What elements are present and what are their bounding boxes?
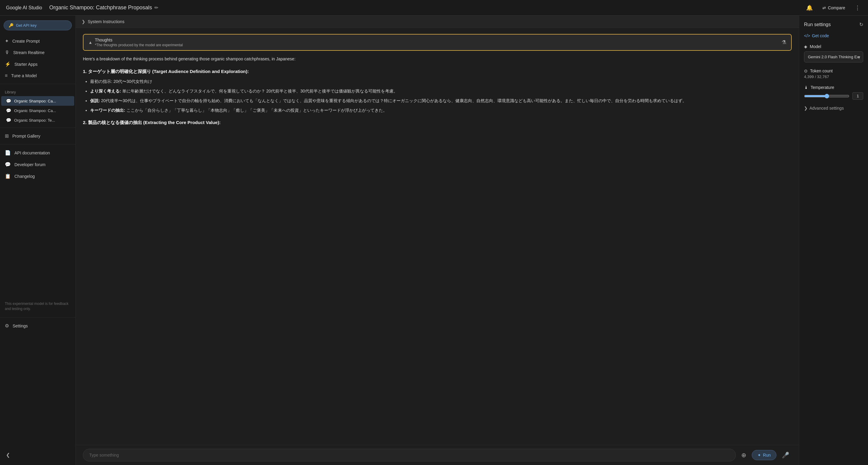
compare-icon: ⇄ — [823, 5, 826, 10]
sidebar-item-prompt-gallery[interactable]: ⊞ Prompt Gallery — [0, 130, 75, 142]
sidebar-item-organic-shampoo-1[interactable]: 💬 Organic Shampoo: Ca... — [1, 96, 74, 106]
bullet-item-3: 仮説: 20代後半〜30代は、仕事やプライベートで自分の軸を持ち始め、消費におい… — [90, 97, 792, 104]
add-content-button[interactable]: ⊕ — [739, 449, 749, 461]
response-content: Here's a breakdown of the thinking proce… — [83, 56, 792, 126]
sidebar-divider-2 — [0, 127, 75, 128]
thoughts-subtitle: *The thoughts produced by the model are … — [95, 43, 183, 47]
thoughts-header[interactable]: ▲ Thoughts *The thoughts produced by the… — [84, 35, 791, 50]
get-code-link[interactable]: </> Get code — [804, 33, 863, 38]
changelog-icon: 📋 — [5, 173, 11, 179]
sidebar-item-stream-realtime[interactable]: 🎙 Stream Realtime — [0, 47, 75, 58]
temperature-label: 🌡 Temperature — [804, 85, 863, 90]
create-prompt-icon: ✦ — [5, 38, 9, 44]
temperature-row: 1 — [804, 92, 863, 100]
microphone-icon: 🎙 — [5, 50, 10, 55]
response-intro: Here's a breakdown of the thinking proce… — [83, 56, 792, 63]
thoughts-header-left: ▲ Thoughts *The thoughts produced by the… — [88, 37, 183, 47]
chat-icon-1: 💬 — [6, 98, 11, 103]
model-icon: ◈ — [804, 44, 807, 49]
edit-title-icon[interactable]: ✏ — [154, 5, 158, 10]
compare-button[interactable]: ⇄ Compare — [819, 4, 848, 12]
sidebar-item-tune-model[interactable]: ≡ Tune a Model — [0, 70, 75, 82]
bullet-item-1: 最初の指示: 20代〜30代女性向け — [90, 78, 792, 85]
model-section: ◈ Model Gemini 2.0 Flash Thinking Experi… — [804, 44, 863, 62]
refresh-button[interactable]: ↻ — [859, 22, 863, 27]
sidebar-item-developer-forum[interactable]: 💬 Developer forum — [0, 159, 75, 170]
sidebar-item-settings[interactable]: ⚙ Settings — [0, 320, 75, 332]
settings-icon: ⚙ — [5, 323, 9, 329]
model-select-wrapper: Gemini 2.0 Flash Thinking Experimental G… — [804, 51, 863, 62]
bullet-item-2: より深く考える: 単に年齢層だけでなく、どんなライフスタイルで、何を重視している… — [90, 88, 792, 95]
token-count-icon: ⊙ — [804, 68, 808, 73]
run-button[interactable]: ✦ Run — [752, 450, 776, 460]
chat-icon-2: 💬 — [6, 108, 11, 113]
get-api-key-button[interactable]: 🔑 Get API key — [4, 21, 72, 30]
temperature-icon: 🌡 — [804, 85, 808, 90]
response-bullet-list: 最初の指示: 20代〜30代女性向け より深く考える: 単に年齢層だけでなく、ど… — [83, 78, 792, 114]
token-count-label: ⊙ Token count — [804, 68, 863, 73]
sidebar-footer-text: This experimental model is for feedback … — [0, 298, 75, 315]
sidebar-divider-4 — [0, 317, 75, 317]
advanced-settings-toggle[interactable]: ❯ Advanced settings — [804, 106, 863, 111]
bullet-item-4: キーワードの抽出: ここから「自分らしさ」「丁寧な暮らし」「本物志向」「癒し」「… — [90, 107, 792, 114]
bottom-input-area: ⊕ ✦ Run 🎤 — [76, 445, 799, 465]
response-section1-heading: 1. ターゲット層の明確化と深掘り (Target Audience Defin… — [83, 68, 792, 75]
starter-apps-icon: ⚡ — [5, 61, 11, 67]
temperature-value: 1 — [852, 92, 863, 100]
run-sparkle-icon: ✦ — [757, 453, 761, 458]
document-title: Organic Shampoo: Catchphrase Proposals ✏ — [49, 4, 801, 11]
flask-icon: ⚗ — [781, 39, 786, 46]
model-select[interactable]: Gemini 2.0 Flash Thinking Experimental G… — [804, 51, 863, 62]
api-docs-icon: 📄 — [5, 150, 11, 156]
advanced-settings-chevron: ❯ — [804, 106, 808, 111]
sidebar-divider-3 — [0, 144, 75, 145]
sidebar-item-changelog[interactable]: 📋 Changelog — [0, 170, 75, 182]
app-logo: Google AI Studio — [6, 5, 42, 10]
topbar-actions: 🔔 ⇄ Compare ⋮ — [804, 3, 862, 13]
system-instructions-label: System Instructions — [88, 19, 124, 24]
mic-input-button[interactable]: 🎤 — [779, 449, 792, 461]
temperature-slider[interactable] — [804, 94, 849, 98]
code-icon: </> — [804, 33, 810, 38]
run-label: Run — [763, 453, 771, 458]
run-settings-title: Run settings — [804, 22, 831, 27]
sidebar-item-api-documentation[interactable]: 📄 API documentation — [0, 147, 75, 159]
sidebar-item-organic-shampoo-3[interactable]: 💬 Organic Shampoo: Te... — [1, 115, 74, 125]
run-settings-header: Run settings ↻ — [804, 22, 863, 27]
sidebar: 🔑 Get API key ✦ Create Prompt 🎙 Stream R… — [0, 16, 76, 465]
sidebar-item-starter-apps[interactable]: ⚡ Starter Apps — [0, 58, 75, 70]
forum-icon: 💬 — [5, 162, 11, 167]
temperature-section: 🌡 Temperature 1 — [804, 85, 863, 100]
library-section-label: Library — [0, 87, 75, 96]
get-api-key-section: 🔑 Get API key — [4, 21, 72, 30]
sidebar-item-create-prompt[interactable]: ✦ Create Prompt — [0, 35, 75, 47]
main-layout: 🔑 Get API key ✦ Create Prompt 🎙 Stream R… — [0, 16, 868, 465]
thoughts-text-group: Thoughts *The thoughts produced by the m… — [95, 37, 183, 47]
chat-icon-3: 💬 — [6, 118, 11, 123]
prompt-gallery-icon: ⊞ — [5, 133, 9, 139]
token-count-section: ⊙ Token count 4,399 / 32,767 — [804, 68, 863, 79]
sidebar-divider-1 — [0, 84, 75, 84]
system-instructions-chevron: ❯ — [82, 19, 85, 24]
right-panel: Run settings ↻ </> Get code ◈ Model Gemi… — [799, 16, 868, 465]
sidebar-collapse-button[interactable]: ❮ — [4, 450, 12, 460]
response-section2-heading: 2. 製品の核となる価値の抽出 (Extracting the Core Pro… — [83, 119, 792, 126]
thoughts-title: Thoughts — [95, 37, 183, 42]
chat-area: ▲ Thoughts *The thoughts produced by the… — [76, 28, 799, 445]
notifications-icon[interactable]: 🔔 — [804, 3, 814, 13]
chat-input[interactable] — [83, 449, 736, 461]
model-section-label: ◈ Model — [804, 44, 863, 49]
thoughts-collapse-icon: ▲ — [88, 40, 93, 45]
tune-model-icon: ≡ — [5, 73, 7, 79]
sidebar-item-organic-shampoo-2[interactable]: 💬 Organic Shampoo: Ca... — [1, 106, 74, 115]
sidebar-collapse-section: ❮ — [0, 447, 75, 463]
system-instructions-bar[interactable]: ❯ System Instructions — [76, 16, 799, 28]
content-area: ❯ System Instructions ▲ Thoughts *The th… — [76, 16, 799, 465]
thoughts-box: ▲ Thoughts *The thoughts produced by the… — [83, 34, 792, 51]
more-options-icon[interactable]: ⋮ — [853, 3, 862, 13]
key-icon: 🔑 — [9, 23, 13, 28]
topbar: Google AI Studio Organic Shampoo: Catchp… — [0, 0, 868, 16]
token-count-value: 4,399 / 32,767 — [804, 74, 863, 79]
